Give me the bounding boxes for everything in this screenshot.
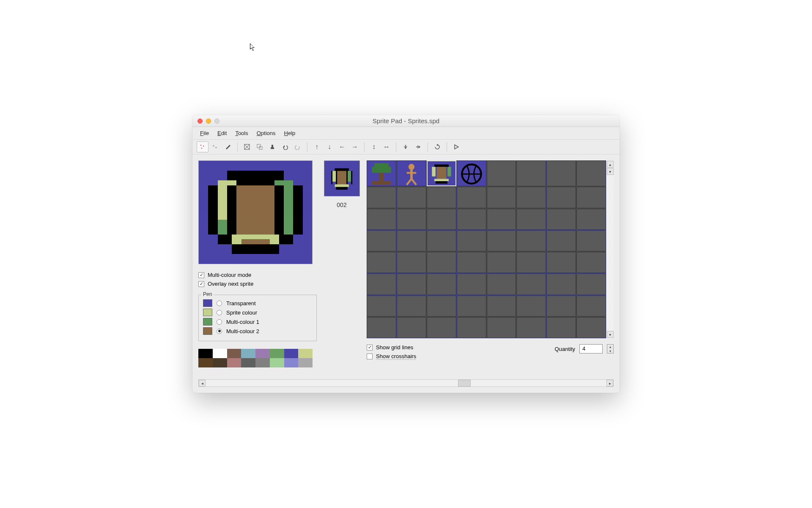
sprite-cell[interactable] [367, 317, 396, 338]
sprite-cell[interactable] [427, 230, 456, 251]
palette-color[interactable] [198, 358, 213, 367]
add-point-icon[interactable]: ⁺₊ [209, 141, 221, 152]
sprite-cell[interactable] [576, 230, 606, 251]
x-box-icon[interactable] [241, 141, 253, 152]
palette-color[interactable] [198, 349, 213, 358]
palette-color[interactable] [270, 349, 284, 358]
sprite-cell[interactable] [487, 317, 516, 338]
sprite-preview[interactable] [324, 160, 360, 196]
sprite-cell[interactable] [487, 160, 516, 186]
shift-down-icon[interactable] [400, 141, 411, 152]
sprite-cell[interactable] [576, 160, 606, 186]
undo-icon[interactable] [279, 141, 291, 152]
scroll-track[interactable] [607, 175, 614, 331]
vertical-scrollbar[interactable]: ▴ ▾ ▾ [606, 160, 614, 338]
menu-file[interactable]: File [197, 129, 212, 138]
sprite-cell[interactable] [576, 187, 606, 208]
palette-color[interactable] [227, 358, 241, 367]
scroll-bottom-icon[interactable]: ▾ [607, 331, 614, 338]
sprite-cell[interactable] [546, 160, 576, 186]
pen-radio[interactable] [217, 301, 222, 306]
sprite-cell[interactable] [457, 252, 486, 273]
sprite-cell[interactable] [487, 273, 516, 295]
sprite-cell[interactable] [367, 160, 396, 186]
sprite-cell[interactable] [367, 295, 396, 317]
sprite-cell[interactable] [397, 160, 426, 186]
palette-color[interactable] [255, 358, 270, 367]
sprite-cell[interactable] [397, 187, 426, 208]
pen-swatch[interactable] [203, 309, 212, 316]
pen-radio[interactable] [217, 329, 222, 334]
sprite-cell[interactable] [427, 295, 456, 317]
scroll-down-icon[interactable]: ▾ [607, 168, 614, 175]
sprite-editor[interactable] [198, 160, 313, 264]
sprite-cell[interactable] [576, 295, 606, 317]
pen-radio[interactable] [217, 319, 222, 325]
pen-swatch[interactable] [203, 318, 212, 326]
quantity-input[interactable]: 4 [579, 344, 603, 353]
sprite-cell[interactable] [576, 317, 606, 338]
palette-color[interactable] [241, 358, 255, 367]
sprite-cell[interactable] [427, 160, 456, 186]
sprite-cell[interactable] [457, 273, 486, 295]
sprite-grid[interactable] [367, 160, 606, 338]
sprite-cell[interactable] [367, 209, 396, 230]
sprite-cell[interactable] [427, 209, 456, 230]
sprite-cell[interactable] [397, 230, 426, 251]
menu-edit[interactable]: Edit [214, 129, 230, 138]
arrow-up-icon[interactable]: ↑ [311, 141, 323, 152]
multi-colour-checkbox[interactable]: ✓ [198, 272, 204, 278]
sprite-cell[interactable] [576, 273, 606, 295]
overlay-checkbox[interactable]: ✓ [198, 281, 204, 287]
sprite-cell[interactable] [427, 252, 456, 273]
arrow-left-icon[interactable]: ← [336, 141, 348, 152]
close-icon[interactable] [198, 119, 203, 124]
minimize-icon[interactable] [206, 119, 211, 124]
scroll-left-icon[interactable]: ◂ [199, 380, 206, 387]
palette-color[interactable] [298, 358, 313, 367]
pixel-tool-icon[interactable] [197, 141, 208, 152]
sprite-cell[interactable] [397, 295, 426, 317]
sprite-cell[interactable] [397, 209, 426, 230]
palette-color[interactable] [284, 358, 299, 367]
play-icon[interactable] [450, 141, 462, 152]
palette-color[interactable] [213, 349, 227, 358]
pen-swatch[interactable] [203, 299, 212, 307]
palette-color[interactable] [270, 358, 284, 367]
sprite-cell[interactable] [546, 317, 576, 338]
sprite-cell[interactable] [576, 252, 606, 273]
spinner-down-icon[interactable]: ▾ [607, 349, 613, 353]
sprite-cell[interactable] [516, 273, 546, 295]
arrow-down-icon[interactable]: ↓ [324, 141, 335, 152]
sprite-cell[interactable] [457, 295, 486, 317]
sprite-cell[interactable] [397, 252, 426, 273]
sprite-cell[interactable] [397, 317, 426, 338]
hscroll-thumb[interactable] [458, 380, 471, 387]
show-grid-checkbox[interactable]: ✓ [367, 345, 373, 351]
sprite-cell[interactable] [546, 252, 576, 273]
palette-color[interactable] [213, 358, 227, 367]
sprite-cell[interactable] [457, 160, 486, 186]
sprite-cell[interactable] [457, 209, 486, 230]
redo-icon[interactable] [292, 141, 304, 152]
sprite-cell[interactable] [367, 230, 396, 251]
flip-horizontal-icon[interactable]: ↔ [381, 141, 392, 152]
sprite-cell[interactable] [427, 273, 456, 295]
sprite-cell[interactable] [367, 252, 396, 273]
sprite-cell[interactable] [487, 187, 516, 208]
palette-color[interactable] [284, 349, 299, 358]
maximize-icon[interactable] [214, 119, 219, 124]
sprite-cell[interactable] [487, 209, 516, 230]
menu-options[interactable]: Options [253, 129, 279, 138]
sprite-cell[interactable] [516, 209, 546, 230]
menu-help[interactable]: Help [281, 129, 299, 138]
palette-color[interactable] [255, 349, 270, 358]
sprite-cell[interactable] [427, 317, 456, 338]
palette-color[interactable] [241, 349, 255, 358]
sprite-cell[interactable] [516, 187, 546, 208]
flip-vertical-icon[interactable]: ↕ [368, 141, 380, 152]
scroll-right-icon[interactable]: ▸ [606, 380, 613, 387]
sprite-cell[interactable] [516, 252, 546, 273]
sprite-cell[interactable] [397, 273, 426, 295]
sprite-cell[interactable] [516, 160, 546, 186]
